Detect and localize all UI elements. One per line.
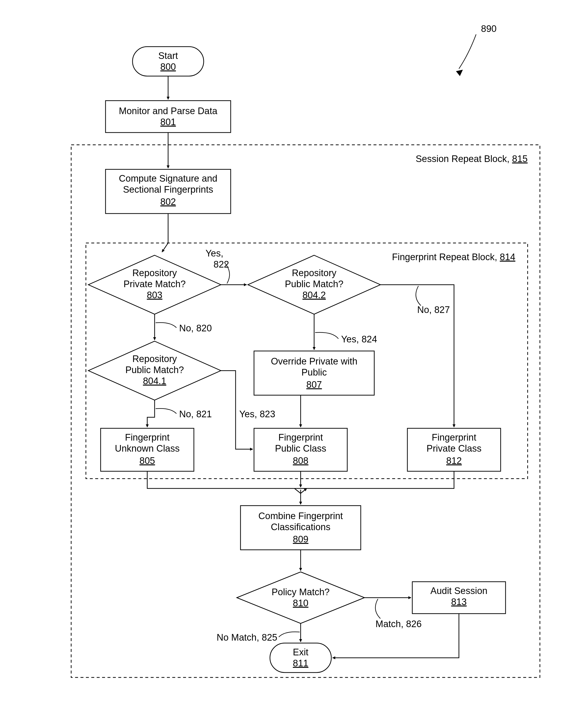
b805-l1: Fingerprint <box>125 432 170 443</box>
session-block-label: Session Repeat Block, 815 <box>416 154 528 164</box>
b812-l2: Private Class <box>426 443 482 454</box>
monitor-label: Monitor and Parse Data <box>119 106 218 116</box>
b809-l1: Combine Fingerprint <box>258 511 343 521</box>
compute-l2: Sectional Fingerprints <box>123 184 213 195</box>
b813-ref: 813 <box>451 597 467 607</box>
d8041-l2: Public Match? <box>125 365 184 375</box>
lead-827 <box>416 286 421 305</box>
d8041-l1: Repository <box>132 354 177 364</box>
d8042-ref: 804.2 <box>302 290 326 300</box>
d8041-ref: 804.1 <box>143 376 166 386</box>
compute-l1: Compute Signature and <box>119 173 217 184</box>
edge-822-label: Yes, <box>206 248 223 258</box>
figure-ref-label: 890 <box>481 24 497 34</box>
b808-l2: Public Class <box>275 443 326 454</box>
b809-l2: Classifications <box>271 522 331 532</box>
start-ref: 800 <box>160 62 176 72</box>
b809-ref: 809 <box>293 534 308 544</box>
b808-ref: 808 <box>293 456 308 466</box>
b805-ref: 805 <box>139 456 155 466</box>
b807-l2: Public <box>301 367 327 378</box>
lead-826 <box>375 599 380 619</box>
b807-l1: Override Private with <box>271 356 357 367</box>
start-label: Start <box>158 50 178 61</box>
d803-l2: Private Match? <box>123 279 186 289</box>
edge-822-ref: 822 <box>214 259 229 269</box>
b807-ref: 807 <box>306 380 322 390</box>
edge-821-label: No, 821 <box>179 409 212 419</box>
edge-823-label: Yes, 823 <box>239 409 275 419</box>
figure-reference: 890 <box>456 24 497 76</box>
monitor-node <box>105 100 231 133</box>
edge-824-label: Yes, 824 <box>341 334 377 344</box>
edge-820-label: No, 820 <box>179 323 212 333</box>
fingerprint-block-label: Fingerprint Repeat Block, 814 <box>392 252 515 262</box>
d810-l: Policy Match? <box>272 587 330 597</box>
d810-node <box>237 572 364 624</box>
b812-ref: 812 <box>446 456 462 466</box>
b813-l: Audit Session <box>430 586 487 596</box>
edge-802-803 <box>162 214 168 252</box>
exit-l: Exit <box>293 647 308 657</box>
d803-ref: 803 <box>147 290 162 300</box>
lead-820 <box>156 322 177 328</box>
b805-l2: Unknown Class <box>115 443 180 454</box>
edge-825-label: No Match, 825 <box>217 632 277 643</box>
edge-8041-805 <box>147 400 155 427</box>
flowchart: 890 Session Repeat Block, 815 Fingerprin… <box>0 0 588 701</box>
d803-l1: Repository <box>132 268 177 278</box>
lead-824 <box>315 332 338 339</box>
edge-827-label: No, 827 <box>417 305 450 315</box>
d810-ref: 810 <box>293 598 308 608</box>
b808-l1: Fingerprint <box>278 432 323 443</box>
d8042-l1: Repository <box>292 268 336 278</box>
d8042-l2: Public Match? <box>285 279 344 289</box>
lead-825 <box>279 632 300 637</box>
lead-821 <box>156 409 177 414</box>
compute-ref: 802 <box>160 197 176 207</box>
monitor-ref: 801 <box>160 117 176 127</box>
exit-ref: 811 <box>293 658 308 668</box>
edge-826-label: Match, 826 <box>375 619 421 629</box>
b812-l1: Fingerprint <box>432 432 476 443</box>
